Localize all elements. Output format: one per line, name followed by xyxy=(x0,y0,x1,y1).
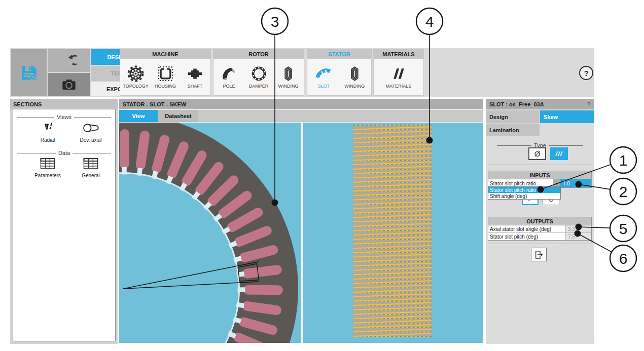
views-divider: Views xyxy=(17,114,111,120)
slot-properties-panel: SLOT : os_Free_03A ? Design Skew Laminat… xyxy=(486,99,594,344)
data-divider: Data xyxy=(17,150,111,156)
undo-icon xyxy=(61,53,77,68)
sidebar-item-label: Dev. axial xyxy=(80,137,101,143)
toolbar-item-topology[interactable]: TOPOLOGY xyxy=(122,59,150,95)
radial-view-icon xyxy=(40,121,55,135)
output-row-axial-angle: Axial stator slot angle (deg) 3.33 xyxy=(488,225,591,232)
group-label-stator: STATOR xyxy=(307,49,372,59)
sidebar-item-label: Radial xyxy=(41,137,55,143)
output-value: 7.5 xyxy=(565,233,591,240)
type-none-button[interactable]: Ø xyxy=(528,147,546,160)
stator-skew-canvas[interactable] xyxy=(119,123,483,343)
housing-icon xyxy=(157,65,174,82)
group-label-rotor: ROTOR xyxy=(213,49,304,59)
winding-icon xyxy=(346,65,363,82)
sidebar-item-dev-axial[interactable]: Dev. axial xyxy=(73,121,109,143)
toolbar-item-label: DAMPER xyxy=(249,84,269,89)
toolbar-item-materials[interactable]: MATERIALS xyxy=(384,59,413,95)
toolbar-item-rotor-winding[interactable]: WINDING xyxy=(274,59,303,95)
callout-number: 3 xyxy=(271,13,279,30)
divider-line xyxy=(488,244,592,244)
output-label: Axial stator slot angle (deg) xyxy=(488,225,565,232)
toolbar-item-pole[interactable]: POLE xyxy=(215,59,243,95)
toolbar-item-label: POLE xyxy=(223,84,235,89)
panel-title: SLOT : os_Free_03A xyxy=(489,101,544,107)
panel-title-bar: SLOT : os_Free_03A ? xyxy=(486,99,594,109)
output-value: 3.33 xyxy=(565,225,591,232)
app-window: DESIGN TEST EXPORT MACHINE TOPOLOGY HOUS… xyxy=(0,0,644,351)
callout-circle xyxy=(416,8,443,34)
tab-skew[interactable]: Skew xyxy=(540,110,594,123)
type-skewed-button[interactable]: /// xyxy=(550,147,568,160)
pole-icon xyxy=(221,65,237,82)
camera-icon xyxy=(61,76,77,93)
outputs-title: OUTPUTS xyxy=(488,217,591,225)
toolbar-item-label: TOPOLOGY xyxy=(123,84,148,89)
slot-icon xyxy=(315,65,332,82)
toolbar-item-shaft[interactable]: SHAFT xyxy=(181,59,209,95)
sections-title: SECTIONS xyxy=(10,99,118,109)
dev-axial-view-icon xyxy=(82,121,99,135)
tab-view[interactable]: View xyxy=(119,110,158,122)
inputs-box: INPUTS Stator slot pitch ratio ▼ 1.0 xyxy=(488,171,592,188)
toolbar-item-slot[interactable]: SLOT xyxy=(310,59,338,95)
toolbar-item-stator-winding[interactable]: WINDING xyxy=(340,59,369,95)
toolbar-item-label: SHAFT xyxy=(188,84,203,89)
tab-design[interactable]: Design xyxy=(486,110,540,123)
sections-panel: SECTIONS Views Radial Dev. axial Data Pa… xyxy=(10,99,118,344)
output-row-slot-pitch: Stator slot pitch (deg) 7.5 xyxy=(488,232,591,240)
toolbar-item-label: SLOT xyxy=(318,84,330,89)
toolbar-group-rotor: ROTOR POLE DAMPER WINDING xyxy=(213,49,304,96)
topology-icon xyxy=(127,65,144,82)
callout-circle xyxy=(262,8,288,34)
input-value-field[interactable]: 1.0 xyxy=(560,179,591,187)
output-label: Stator slot pitch (deg) xyxy=(488,233,565,240)
outputs-box: OUTPUTS Axial stator slot angle (deg) 3.… xyxy=(488,217,592,241)
undo-button[interactable] xyxy=(48,49,90,72)
divider-line xyxy=(488,165,592,165)
tab-lamination[interactable]: Lamination xyxy=(486,124,540,136)
group-label-machine: MACHINE xyxy=(120,49,211,59)
callout-circle xyxy=(610,215,636,242)
damper-icon xyxy=(251,65,267,82)
selected-param: Stator slot pitch ratio xyxy=(488,181,553,186)
callout-number: 2 xyxy=(619,183,628,200)
dropdown-option-slot-pitch-ratio[interactable]: Stator slot pitch ratio xyxy=(488,187,560,193)
callout-circle xyxy=(610,178,636,205)
save-button[interactable] xyxy=(11,49,47,96)
callout-number: 5 xyxy=(619,220,628,237)
table-icon xyxy=(83,157,99,170)
main-view: STATOR - SLOT - SKEW View Datasheet xyxy=(119,99,483,344)
dropdown-option-shift-angle[interactable]: Shift angle (deg) xyxy=(488,193,560,199)
exit-arrow-icon xyxy=(534,250,544,260)
toolbar-group-stator: STATOR SLOT WINDING xyxy=(307,49,372,96)
toolbar-item-label: HOUSING xyxy=(155,84,176,89)
toolbar-item-damper[interactable]: DAMPER xyxy=(244,59,273,95)
group-label-materials: MATERIALS xyxy=(373,49,424,59)
panel-help-icon[interactable]: ? xyxy=(587,101,590,107)
toolbar-item-label: WINDING xyxy=(278,84,299,89)
help-icon[interactable]: ? xyxy=(579,66,593,80)
sections-card: Views Radial Dev. axial Data Parameters … xyxy=(13,109,116,341)
divider-line xyxy=(488,213,592,213)
callout-number: 6 xyxy=(619,250,628,267)
sidebar-item-radial[interactable]: Radial xyxy=(30,121,65,143)
sidebar-item-general[interactable]: General xyxy=(73,157,109,178)
main-tab-strip: View Datasheet xyxy=(119,110,483,122)
close-section-button[interactable] xyxy=(531,248,547,261)
camera-button[interactable] xyxy=(48,73,90,96)
main-view-title: STATOR - SLOT - SKEW xyxy=(119,99,483,109)
winding-icon xyxy=(280,65,297,82)
callout-number: 1 xyxy=(619,152,628,169)
save-icon xyxy=(20,64,38,82)
tab-datasheet[interactable]: Datasheet xyxy=(158,110,198,122)
view-splitter xyxy=(301,123,303,343)
inputs-title: INPUTS xyxy=(488,171,591,179)
shaft-icon xyxy=(187,65,203,82)
dev-axial-skew-view[interactable] xyxy=(353,125,432,336)
toolbar-group-materials: MATERIALS MATERIALS xyxy=(373,49,424,96)
sidebar-item-parameters[interactable]: Parameters xyxy=(30,157,65,178)
sidebar-item-label: Parameters xyxy=(34,173,61,178)
toolbar-item-housing[interactable]: HOUSING xyxy=(151,59,180,95)
param-dropdown-list: Stator slot pitch ratio Shift angle (deg… xyxy=(488,186,561,200)
